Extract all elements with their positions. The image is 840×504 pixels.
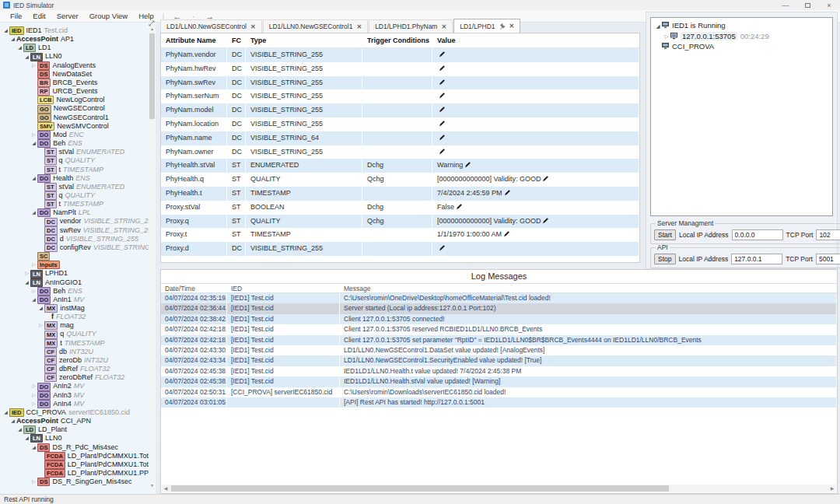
table-row[interactable]: PhyNam.hwRevDCVISIBLE_STRING_255 xyxy=(161,62,639,76)
tree-item-beh[interactable]: ◢DOBehENS xyxy=(0,139,149,148)
tab-ld1-lphd1[interactable]: LD1/LPHD1✕ xyxy=(453,19,520,33)
expander-closed-icon[interactable]: ▷ xyxy=(663,31,670,42)
scrollbar-thumb[interactable] xyxy=(171,485,669,492)
panel-expand-icon[interactable] xyxy=(149,20,155,28)
tree-item-analogevents[interactable]: ▷DSAnalogEvents xyxy=(0,61,149,70)
minimize-button[interactable]: — xyxy=(775,0,796,10)
table-row[interactable]: PhyNam.nameDCVISIBLE_STRING_64 xyxy=(161,131,639,145)
api-ip-input[interactable] xyxy=(731,254,782,264)
edit-pencil-icon[interactable] xyxy=(439,148,446,155)
edit-pencil-icon[interactable] xyxy=(456,203,463,210)
edit-pencil-icon[interactable] xyxy=(439,134,446,141)
expander-open-icon[interactable]: ◢ xyxy=(9,417,16,425)
log-row[interactable]: 04/07/2024 02:43:34.173 PM[IED1] Test.ci… xyxy=(161,355,837,366)
menu-item-group-view[interactable]: Group View xyxy=(84,12,133,20)
expander-open-icon[interactable]: ◢ xyxy=(2,408,9,417)
log-row[interactable]: 04/07/2024 03:01:05.977 PM[API] Rest API… xyxy=(161,397,837,408)
edit-pencil-icon[interactable] xyxy=(439,65,446,72)
scroll-down-icon[interactable]: ▼ xyxy=(149,482,156,489)
expander-open-icon[interactable]: ◢ xyxy=(23,53,30,61)
table-row[interactable]: PhyNam.locationDCVISIBLE_STRING_255 xyxy=(161,117,639,131)
tab-close-icon[interactable]: ✕ xyxy=(441,23,446,30)
tab-ld1-lphd1-phynam[interactable]: LD1/LPHD1.PhyNam✕ xyxy=(369,19,453,33)
table-row[interactable]: PhyHealth.tSTTIMESTAMP7/4/2024 2:45:59 P… xyxy=(161,187,639,201)
edit-pencil-icon[interactable] xyxy=(503,230,510,237)
log-row[interactable]: 04/07/2024 02:45:38.388 PM[IED1] Test.ci… xyxy=(161,366,837,376)
tree-item-lln0[interactable]: ◢LNLLN0 xyxy=(0,52,149,61)
connection-item-ied1-is-running[interactable]: ◢IED1 is Running xyxy=(651,20,832,31)
tree-item-stval[interactable]: STstValENUMERATED xyxy=(0,148,149,156)
table-row[interactable]: PhyNam.serNumDCVISIBLE_STRING_255 xyxy=(161,89,639,103)
expander-closed-icon[interactable]: ▷ xyxy=(23,269,30,278)
edit-pencil-icon[interactable] xyxy=(439,79,446,86)
tab-close-icon[interactable]: ✕ xyxy=(509,23,515,30)
tree-item-namplt[interactable]: ◢DONamPltLPL xyxy=(0,208,149,217)
tree-item-lphd1[interactable]: ▷LNLPHD1 xyxy=(0,269,149,278)
scroll-left-icon[interactable]: ◀ xyxy=(162,485,170,492)
expander-open-icon[interactable]: ◢ xyxy=(30,443,37,452)
expander-closed-icon[interactable]: ▷ xyxy=(30,261,37,269)
tree-item-dbref[interactable]: CFdbRefFLOAT32 xyxy=(0,365,149,373)
table-row[interactable]: PhyNam.vendorDCVISIBLE_STRING_255 xyxy=(161,48,639,62)
maximize-button[interactable] xyxy=(796,0,818,10)
tree-item-mod[interactable]: ▷DOModENC xyxy=(0,131,149,139)
log-row[interactable]: 04/07/2024 02:43:30.228 PM[IED1] Test.ci… xyxy=(161,345,837,355)
server-ip-input[interactable] xyxy=(732,229,783,240)
tree-item-q[interactable]: MXqQUALITY xyxy=(0,330,149,338)
tree-item-anin4[interactable]: ▷DOAnIn4MV xyxy=(0,400,149,408)
expander-open-icon[interactable]: ◢ xyxy=(30,174,37,183)
table-row[interactable]: PhyNam.modelDCVISIBLE_STRING_255 xyxy=(161,103,639,117)
tree-item-t[interactable]: STtTIMESTAMP xyxy=(0,200,149,208)
expander-closed-icon[interactable]: ▷ xyxy=(30,382,37,390)
tree-item-zerodb[interactable]: CFzeroDbINT32U xyxy=(0,356,149,365)
tree-item-ds-r-pdc-mis4sec[interactable]: ◢DSDS_R_PdC_Mis4sec xyxy=(0,443,149,452)
scroll-right-icon[interactable]: ▶ xyxy=(828,485,836,492)
tree-item-anin3[interactable]: ▷DOAnIn3MV xyxy=(0,391,149,400)
expander-open-icon[interactable]: ◢ xyxy=(30,296,37,304)
tree-item-beh[interactable]: ▷DOBehENS xyxy=(0,287,149,296)
expander-closed-icon[interactable]: ▷ xyxy=(30,61,37,70)
expander-open-icon[interactable]: ◢ xyxy=(9,35,16,44)
expander-open-icon[interactable]: ◢ xyxy=(37,304,44,313)
expander-open-icon[interactable]: ◢ xyxy=(23,278,30,287)
table-row[interactable]: Proxy.tSTTIMESTAMP1/1/1970 1:00:00 AM xyxy=(161,228,639,242)
tree-item-cci-prova[interactable]: ◢IEDCCI_PROVAserverIEC61850.cid xyxy=(0,408,149,417)
tree-item-mag[interactable]: ▷MXmag xyxy=(0,321,149,330)
tree-item-ied1[interactable]: ◢IEDIED1Test.cid xyxy=(0,26,149,35)
table-row[interactable]: Proxy.dDCVISIBLE_STRING_255 xyxy=(161,242,639,256)
tree-item-swrev[interactable]: DCswRevVISIBLE_STRING_255 xyxy=(0,226,149,235)
edit-pencil-icon[interactable] xyxy=(464,161,471,168)
expander-closed-icon[interactable]: ▷ xyxy=(30,287,37,296)
tab-ld1-lln0-newgsecontrol1[interactable]: LD1/LLN0.NewGSEControl1✕ xyxy=(263,19,368,33)
tree-item-lln0[interactable]: ◢LNLLN0 xyxy=(0,434,149,443)
menu-item-edit[interactable]: Edit xyxy=(27,12,51,20)
table-row[interactable]: PhyHealth.stValSTENUMERATEDDchgWarning xyxy=(161,159,639,173)
tree-item-brcb-events[interactable]: BRBRCB_Events xyxy=(0,79,149,87)
tree-item-q[interactable]: STqQUALITY xyxy=(0,156,149,165)
tree-item-instmag[interactable]: ◢MXinstMag xyxy=(0,304,149,313)
menu-item-file[interactable]: File xyxy=(5,12,27,20)
expander-closed-icon[interactable]: ▷ xyxy=(30,400,37,408)
tree-item-aninggio1[interactable]: ◢LNAnInGGIO1 xyxy=(0,278,149,287)
tree-item-anin1[interactable]: ◢DOAnIn1MV xyxy=(0,296,149,304)
table-row[interactable]: PhyNam.ownerDCVISIBLE_STRING_255 xyxy=(161,145,639,159)
log-row[interactable]: 04/07/2024 02:38:42.268 PM[IED1] Test.ci… xyxy=(161,314,837,324)
expander-open-icon[interactable]: ◢ xyxy=(16,425,23,434)
edit-pencil-icon[interactable] xyxy=(439,244,446,251)
edit-pencil-icon[interactable] xyxy=(439,106,446,113)
tree-item-ld-plant-pdcmmxu1-totvar-mx-[interactable]: FCDALD_Plant/PdCMMXU1.TotVAr[MX] xyxy=(0,460,149,469)
tree-item-newsmvcontrol[interactable]: SMVNewSMVControl xyxy=(0,122,149,131)
tree-item-accesspoint[interactable]: ◢AccessPointAP1 xyxy=(0,35,149,44)
tree-item-t[interactable]: MXtTIMESTAMP xyxy=(0,339,149,348)
scrollbar-thumb[interactable] xyxy=(149,33,155,119)
expander-open-icon[interactable]: ◢ xyxy=(23,434,30,443)
edit-pencil-icon[interactable] xyxy=(439,51,446,58)
tree-item-inputs[interactable]: ▷Inputs xyxy=(0,261,149,269)
log-horizontal-scrollbar[interactable]: ◀ ▶ xyxy=(162,485,836,492)
table-row[interactable]: Proxy.qSTQUALITYQchg[0000000000000] Vali… xyxy=(161,215,639,229)
expander-closed-icon[interactable]: ▷ xyxy=(37,321,44,330)
expander-closed-icon[interactable]: ▷ xyxy=(30,391,37,400)
tab-close-icon[interactable]: ✕ xyxy=(250,23,256,30)
table-row[interactable]: PhyHealth.qSTQUALITYQchg[0000000000000] … xyxy=(161,173,639,187)
edit-pencil-icon[interactable] xyxy=(542,175,549,182)
